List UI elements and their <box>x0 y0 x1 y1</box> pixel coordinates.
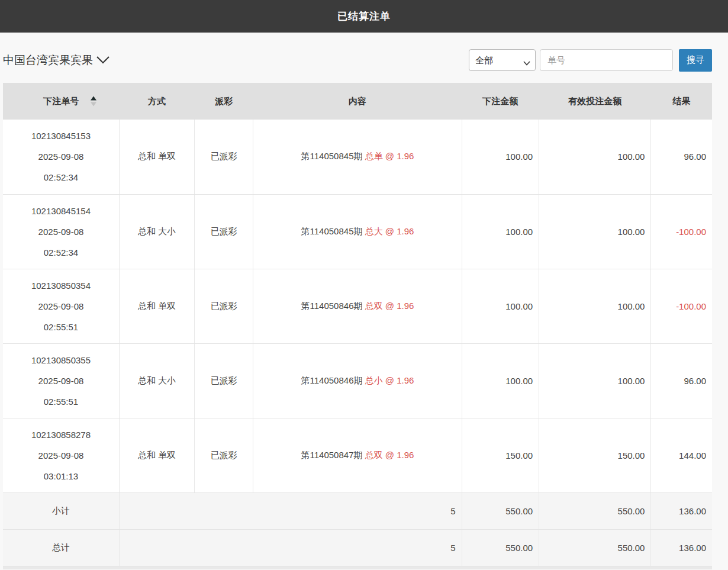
order-id-cell: 102130850355 2025-09-08 02:55:51 <box>3 343 119 418</box>
toolbar: 中国台湾宾果宾果 全部 搜寻 <box>3 33 712 83</box>
result-cell: 144.00 <box>651 418 712 492</box>
content-cell: 第114050846期 总双 @ 1.96 <box>253 269 462 343</box>
valid-amount-cell: 100.00 <box>539 343 651 418</box>
total-count: 5 <box>119 529 462 566</box>
order-number-input[interactable] <box>540 49 673 71</box>
result-cell: -100.00 <box>651 194 712 269</box>
column-header-valid-amount: 有效投注金额 <box>539 83 651 120</box>
game-name-label: 中国台湾宾果宾果 <box>3 53 93 68</box>
total-label: 总计 <box>3 529 119 566</box>
total-result: 136.00 <box>651 529 712 566</box>
table-header-row: 下注单号 方式 派彩 内容 下注金额 有效投注金额 结果 <box>3 83 712 120</box>
sort-desc-icon <box>91 102 96 107</box>
payout-cell: 已派彩 <box>194 120 253 194</box>
subtotal-row: 小计 5 550.00 550.00 136.00 <box>3 492 712 529</box>
bottom-scrollbar-track[interactable] <box>3 566 712 569</box>
payout-cell: 已派彩 <box>194 269 253 343</box>
subtotal-valid-amount: 550.00 <box>539 492 651 529</box>
subtotal-result: 136.00 <box>651 492 712 529</box>
total-valid-amount: 550.00 <box>539 529 651 566</box>
table-row: 102130850354 2025-09-08 02:55:51 总和 单双 已… <box>3 269 712 343</box>
method-cell: 总和 大小 <box>119 194 194 269</box>
content-cell: 第114050845期 总大 @ 1.96 <box>253 194 462 269</box>
bet-amount-cell: 150.00 <box>462 418 539 492</box>
subtotal-count: 5 <box>119 492 462 529</box>
valid-amount-cell: 150.00 <box>539 418 651 492</box>
content-cell: 第114050847期 总双 @ 1.96 <box>253 418 462 492</box>
bet-amount-cell: 100.00 <box>462 343 539 418</box>
order-id-cell: 102130858278 2025-09-08 03:01:13 <box>3 418 119 492</box>
search-button[interactable]: 搜寻 <box>679 49 712 72</box>
valid-amount-cell: 100.00 <box>539 120 651 194</box>
table-row: 102130850355 2025-09-08 02:55:51 总和 大小 已… <box>3 343 712 418</box>
table-row: 102130858278 2025-09-08 03:01:13 总和 单双 已… <box>3 418 712 492</box>
search-controls: 全部 搜寻 <box>469 49 712 72</box>
table-row: 102130845153 2025-09-08 02:52:34 总和 单双 已… <box>3 120 712 194</box>
method-cell: 总和 单双 <box>119 418 194 492</box>
column-header-order-id[interactable]: 下注单号 <box>3 83 119 120</box>
game-selector[interactable]: 中国台湾宾果宾果 <box>3 53 109 68</box>
column-header-result: 结果 <box>651 83 712 120</box>
payout-cell: 已派彩 <box>194 194 253 269</box>
page-title: 已结算注单 <box>337 9 391 23</box>
payout-cell: 已派彩 <box>194 418 253 492</box>
bet-amount-cell: 100.00 <box>462 269 539 343</box>
order-id-cell: 102130845153 2025-09-08 02:52:34 <box>3 120 119 194</box>
total-bet-amount: 550.00 <box>462 529 539 566</box>
table-row: 102130845154 2025-09-08 02:52:34 总和 大小 已… <box>3 194 712 269</box>
content-cell: 第114050845期 总单 @ 1.96 <box>253 120 462 194</box>
settled-bets-table: 下注单号 方式 派彩 内容 下注金额 有效投注金额 结果 10213084515… <box>3 83 712 566</box>
filter-select-wrap: 全部 <box>469 49 536 71</box>
method-cell: 总和 单双 <box>119 120 194 194</box>
chevron-down-icon <box>96 56 109 66</box>
column-header-method: 方式 <box>119 83 194 120</box>
bet-amount-cell: 100.00 <box>462 120 539 194</box>
result-cell: 96.00 <box>651 343 712 418</box>
result-cell: -100.00 <box>651 269 712 343</box>
sort-icons[interactable] <box>91 96 96 107</box>
order-id-cell: 102130850354 2025-09-08 02:55:51 <box>3 269 119 343</box>
content-cell: 第114050846期 总小 @ 1.96 <box>253 343 462 418</box>
subtotal-bet-amount: 550.00 <box>462 492 539 529</box>
order-id-cell: 102130845154 2025-09-08 02:52:34 <box>3 194 119 269</box>
top-bar: 已结算注单 <box>0 0 728 33</box>
method-cell: 总和 单双 <box>119 269 194 343</box>
payout-cell: 已派彩 <box>194 343 253 418</box>
valid-amount-cell: 100.00 <box>539 194 651 269</box>
bet-amount-cell: 100.00 <box>462 194 539 269</box>
sort-asc-icon <box>91 96 96 101</box>
subtotal-label: 小计 <box>3 492 119 529</box>
valid-amount-cell: 100.00 <box>539 269 651 343</box>
result-cell: 96.00 <box>651 120 712 194</box>
column-header-bet-amount: 下注金额 <box>462 83 539 120</box>
method-cell: 总和 大小 <box>119 343 194 418</box>
column-header-payout: 派彩 <box>194 83 253 120</box>
column-header-content: 内容 <box>253 83 462 120</box>
total-row: 总计 5 550.00 550.00 136.00 <box>3 529 712 566</box>
filter-select[interactable]: 全部 <box>469 49 536 71</box>
